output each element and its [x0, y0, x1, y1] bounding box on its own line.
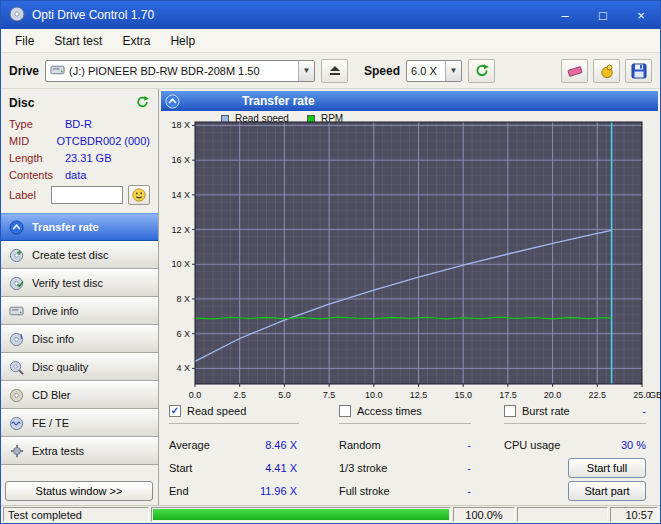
svg-text:GB: GB: [649, 390, 661, 400]
svg-text:8 X: 8 X: [176, 294, 190, 304]
toolkit-icon: [599, 63, 615, 79]
drive-select-value: (J:) PIONEER BD-RW BDR-208M 1.50: [65, 65, 298, 77]
refresh-speed-button[interactable]: [468, 59, 495, 83]
menu-help[interactable]: Help: [160, 31, 205, 51]
burst-rate-checkbox[interactable]: ✓: [504, 405, 516, 417]
speed-select[interactable]: 6.0 X ▼: [406, 60, 462, 82]
sidebar-item-disc-info[interactable]: i Disc info: [1, 325, 158, 353]
drive-select[interactable]: (J:) PIONEER BD-RW BDR-208M 1.50 ▼: [45, 60, 315, 82]
start-full-button[interactable]: Start full: [568, 458, 646, 478]
sidebar-item-create-test-disc[interactable]: Create test disc: [1, 241, 158, 269]
result-label: 1/3 stroke: [339, 462, 387, 474]
progress-fill: [153, 509, 449, 520]
refresh-disc-button[interactable]: [135, 95, 150, 111]
maximize-button[interactable]: □: [584, 1, 622, 29]
result-label: End: [169, 485, 189, 497]
sidebar-item-disc-quality[interactable]: Disc quality: [1, 353, 158, 381]
field-label: Contents: [9, 169, 65, 181]
svg-text:4 X: 4 X: [176, 363, 190, 373]
sidebar-item-transfer-rate[interactable]: Transfer rate: [1, 213, 158, 241]
titlebar: Opti Drive Control 1.70 – □ ×: [1, 1, 660, 29]
disc-info-icon: i: [8, 332, 25, 347]
disc-contents-row: Contents data: [1, 166, 158, 183]
speed-label: Speed: [364, 64, 400, 78]
sidebar-item-verify-test-disc[interactable]: Verify test disc: [1, 269, 158, 297]
svg-text:12.5: 12.5: [410, 390, 428, 400]
erase-disc-button[interactable]: [561, 59, 588, 83]
disc-label-button[interactable]: [128, 185, 150, 205]
menu-extra[interactable]: Extra: [112, 31, 160, 51]
read-speed-checkbox[interactable]: ✓: [169, 405, 181, 417]
field-label: Type: [9, 118, 65, 130]
result-label: Full stroke: [339, 485, 390, 497]
verify-test-disc-icon: [8, 276, 25, 291]
start-part-button[interactable]: Start part: [568, 481, 646, 501]
start-row: Start 4.41 X: [169, 456, 297, 479]
status-window-button[interactable]: Status window >>: [5, 481, 153, 501]
disc-panel: Disc Type BD-R MID OTCBDR002 (000) Lengt…: [1, 89, 159, 505]
chevron-down-icon: ▼: [445, 61, 461, 81]
sidebar-item-label: Disc quality: [32, 361, 88, 373]
menubar: File Start test Extra Help: [1, 29, 660, 53]
result-label: Start: [169, 462, 192, 474]
sidebar-item-drive-info[interactable]: Drive info: [1, 297, 158, 325]
svg-text:20.0: 20.0: [544, 390, 562, 400]
statusbar-spacer: [517, 507, 608, 522]
toolkit-button[interactable]: [593, 59, 620, 83]
full-stroke-row: Full stroke -: [339, 479, 471, 502]
field-label: Label: [9, 189, 46, 201]
svg-text:2.5: 2.5: [233, 390, 246, 400]
test-options-row: ✓ Read speed ✓ Access times ✓ Burst rate…: [159, 405, 658, 429]
end-row: End 11.96 X: [169, 479, 297, 502]
drive-info-icon: [8, 305, 25, 317]
disc-mid-row: MID OTCBDR002 (000): [1, 132, 158, 149]
sidebar-item-label: Verify test disc: [32, 277, 103, 289]
start-value: 4.41 X: [265, 462, 297, 474]
close-button[interactable]: ×: [622, 1, 660, 29]
disc-length-row: Length 23.31 GB: [1, 149, 158, 166]
svg-text:5.0: 5.0: [278, 390, 291, 400]
checkbox-label: Burst rate: [522, 405, 570, 417]
transfer-rate-chart: 0.02.55.07.510.012.515.017.520.022.525.0…: [159, 120, 659, 404]
menu-file[interactable]: File: [5, 31, 44, 51]
save-button[interactable]: [625, 59, 652, 83]
sidebar-item-fe-te[interactable]: FE / TE: [1, 409, 158, 437]
contents-link[interactable]: data: [65, 169, 86, 181]
full-stroke-value: -: [467, 485, 471, 497]
burst-rate-value: -: [642, 405, 646, 417]
sidebar-item-label: Drive info: [32, 305, 78, 317]
checkbox-label: Access times: [357, 405, 422, 417]
disc-quality-icon: [8, 360, 25, 375]
svg-text:6 X: 6 X: [176, 329, 190, 339]
sidebar-item-extra-tests[interactable]: Extra tests: [1, 437, 158, 465]
minimize-button[interactable]: –: [546, 1, 584, 29]
cpu-usage-value: 30 %: [621, 439, 646, 451]
average-value: 8.46 X: [265, 439, 297, 451]
disc-label-row: Label: [1, 183, 158, 207]
app-icon: [9, 6, 25, 24]
random-row: Random -: [339, 433, 471, 456]
menu-start-test[interactable]: Start test: [44, 31, 112, 51]
sidebar-item-cd-bler[interactable]: CD Bler: [1, 381, 158, 409]
result-label: Average: [169, 439, 210, 451]
third-stroke-value: -: [467, 462, 471, 474]
sidebar-item-label: FE / TE: [32, 417, 69, 429]
status-text: Test completed: [3, 507, 149, 522]
disc-type-row: Type BD-R: [1, 115, 158, 132]
sidebar-item-label: Extra tests: [32, 445, 84, 457]
smiley-icon: [132, 188, 146, 202]
svg-text:17.5: 17.5: [499, 390, 517, 400]
speed-select-value: 6.0 X: [407, 65, 445, 77]
extra-tests-icon: [8, 444, 25, 458]
eject-button[interactable]: [321, 59, 348, 83]
svg-text:22.5: 22.5: [589, 390, 607, 400]
field-value: BD-R: [65, 118, 92, 130]
cpu-usage-row: CPU usage 30 %: [504, 433, 646, 456]
erase-disc-icon: [566, 63, 584, 79]
third-stroke-row: 1/3 stroke -: [339, 456, 471, 479]
access-times-checkbox[interactable]: ✓: [339, 405, 351, 417]
disc-label-input[interactable]: [51, 186, 123, 204]
content-area: Disc Type BD-R MID OTCBDR002 (000) Lengt…: [1, 89, 660, 505]
eject-icon: [329, 65, 341, 76]
cd-bler-icon: [8, 388, 25, 403]
